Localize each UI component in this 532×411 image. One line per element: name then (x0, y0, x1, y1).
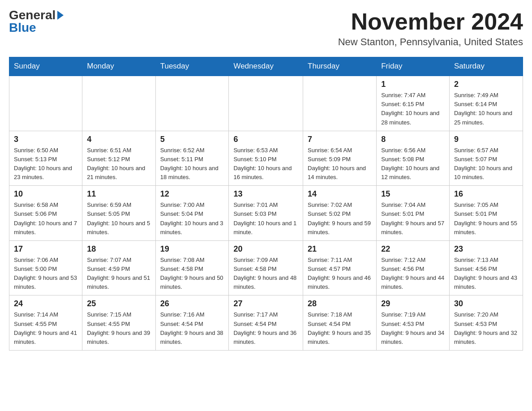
day-info: Sunrise: 6:50 AMSunset: 5:13 PMDaylight:… (14, 146, 77, 182)
day-info: Sunrise: 7:17 AMSunset: 4:54 PMDaylight:… (233, 310, 298, 347)
location-subtitle: New Stanton, Pennsylvania, United States (338, 36, 523, 48)
day-number: 11 (87, 189, 150, 199)
day-number: 12 (160, 189, 224, 199)
day-info: Sunrise: 7:08 AMSunset: 4:58 PMDaylight:… (160, 256, 224, 292)
day-number: 25 (87, 299, 150, 308)
day-number: 18 (87, 244, 150, 254)
calendar-cell: 17Sunrise: 7:06 AMSunset: 5:00 PMDayligh… (9, 240, 82, 295)
page-header: General Blue November 2024 New Stanton, … (9, 9, 523, 48)
calendar-cell (9, 76, 82, 131)
day-info: Sunrise: 7:14 AMSunset: 4:55 PMDaylight:… (14, 310, 77, 347)
day-info: Sunrise: 6:56 AMSunset: 5:08 PMDaylight:… (381, 146, 445, 182)
day-info: Sunrise: 7:47 AMSunset: 6:15 PMDaylight:… (381, 91, 445, 127)
calendar-cell: 15Sunrise: 7:04 AMSunset: 5:01 PMDayligh… (377, 186, 450, 241)
day-number: 9 (454, 135, 518, 144)
day-number: 20 (233, 244, 298, 254)
day-number: 22 (381, 244, 445, 254)
day-info: Sunrise: 7:13 AMSunset: 4:56 PMDaylight:… (454, 256, 518, 292)
logo-arrow-icon (57, 11, 64, 20)
day-info: Sunrise: 6:59 AMSunset: 5:05 PMDaylight:… (87, 201, 150, 237)
calendar-cell: 4Sunrise: 6:51 AMSunset: 5:12 PMDaylight… (82, 131, 155, 186)
day-number: 6 (233, 135, 298, 144)
calendar-cell: 18Sunrise: 7:07 AMSunset: 4:59 PMDayligh… (82, 240, 155, 295)
calendar-cell: 24Sunrise: 7:14 AMSunset: 4:55 PMDayligh… (9, 295, 82, 351)
day-info: Sunrise: 6:58 AMSunset: 5:06 PMDaylight:… (14, 201, 77, 237)
calendar-cell: 9Sunrise: 6:57 AMSunset: 5:07 PMDaylight… (449, 131, 523, 186)
calendar-cell: 5Sunrise: 6:52 AMSunset: 5:11 PMDaylight… (155, 131, 229, 186)
calendar-cell: 11Sunrise: 6:59 AMSunset: 5:05 PMDayligh… (82, 186, 155, 241)
day-number: 17 (14, 244, 77, 254)
col-sunday: Sunday (9, 57, 82, 76)
calendar-cell: 26Sunrise: 7:16 AMSunset: 4:54 PMDayligh… (155, 295, 229, 351)
day-info: Sunrise: 6:53 AMSunset: 5:10 PMDaylight:… (233, 146, 298, 182)
day-number: 15 (381, 189, 445, 199)
calendar-cell (303, 76, 377, 131)
day-info: Sunrise: 7:16 AMSunset: 4:54 PMDaylight:… (160, 310, 224, 347)
calendar-week-row: 1Sunrise: 7:47 AMSunset: 6:15 PMDaylight… (9, 76, 523, 131)
day-number: 24 (14, 299, 77, 308)
logo: General Blue (9, 9, 64, 34)
day-info: Sunrise: 7:15 AMSunset: 4:55 PMDaylight:… (87, 310, 150, 347)
month-year-title: November 2024 (338, 9, 523, 34)
day-info: Sunrise: 7:01 AMSunset: 5:03 PMDaylight:… (233, 201, 298, 237)
day-info: Sunrise: 7:20 AMSunset: 4:53 PMDaylight:… (454, 310, 518, 347)
calendar-cell: 25Sunrise: 7:15 AMSunset: 4:55 PMDayligh… (82, 295, 155, 351)
col-thursday: Thursday (303, 57, 377, 76)
day-number: 8 (381, 135, 445, 144)
day-info: Sunrise: 7:00 AMSunset: 5:04 PMDaylight:… (160, 201, 224, 237)
calendar-cell: 23Sunrise: 7:13 AMSunset: 4:56 PMDayligh… (449, 240, 523, 295)
calendar-cell: 10Sunrise: 6:58 AMSunset: 5:06 PMDayligh… (9, 186, 82, 241)
day-info: Sunrise: 7:18 AMSunset: 4:54 PMDaylight:… (308, 310, 372, 347)
day-info: Sunrise: 7:11 AMSunset: 4:57 PMDaylight:… (308, 256, 372, 292)
day-number: 7 (308, 135, 372, 144)
calendar-cell: 14Sunrise: 7:02 AMSunset: 5:02 PMDayligh… (303, 186, 377, 241)
calendar-cell: 28Sunrise: 7:18 AMSunset: 4:54 PMDayligh… (303, 295, 377, 351)
col-wednesday: Wednesday (229, 57, 303, 76)
day-info: Sunrise: 7:09 AMSunset: 4:58 PMDaylight:… (233, 256, 298, 292)
col-saturday: Saturday (449, 57, 523, 76)
day-info: Sunrise: 7:49 AMSunset: 6:14 PMDaylight:… (454, 91, 518, 127)
day-number: 29 (381, 299, 445, 308)
day-number: 2 (454, 80, 518, 89)
calendar-week-row: 3Sunrise: 6:50 AMSunset: 5:13 PMDaylight… (9, 131, 523, 186)
calendar-cell: 29Sunrise: 7:19 AMSunset: 4:53 PMDayligh… (377, 295, 450, 351)
calendar-cell: 16Sunrise: 7:05 AMSunset: 5:01 PMDayligh… (449, 186, 523, 241)
calendar-cell: 13Sunrise: 7:01 AMSunset: 5:03 PMDayligh… (229, 186, 303, 241)
calendar-cell: 8Sunrise: 6:56 AMSunset: 5:08 PMDaylight… (377, 131, 450, 186)
calendar-header-row: Sunday Monday Tuesday Wednesday Thursday… (9, 57, 523, 76)
day-number: 19 (160, 244, 224, 254)
calendar-cell (155, 76, 229, 131)
calendar-cell (229, 76, 303, 131)
calendar-week-row: 10Sunrise: 6:58 AMSunset: 5:06 PMDayligh… (9, 186, 523, 241)
logo-blue-text: Blue (9, 21, 36, 34)
col-monday: Monday (82, 57, 155, 76)
day-info: Sunrise: 7:12 AMSunset: 4:56 PMDaylight:… (381, 256, 445, 292)
calendar-cell: 21Sunrise: 7:11 AMSunset: 4:57 PMDayligh… (303, 240, 377, 295)
day-info: Sunrise: 7:02 AMSunset: 5:02 PMDaylight:… (308, 201, 372, 237)
day-number: 27 (233, 299, 298, 308)
calendar-table: Sunday Monday Tuesday Wednesday Thursday… (9, 57, 523, 351)
day-number: 16 (454, 189, 518, 199)
day-info: Sunrise: 7:07 AMSunset: 4:59 PMDaylight:… (87, 256, 150, 292)
day-number: 14 (308, 189, 372, 199)
day-number: 30 (454, 299, 518, 308)
day-number: 23 (454, 244, 518, 254)
day-number: 4 (87, 135, 150, 144)
calendar-cell: 2Sunrise: 7:49 AMSunset: 6:14 PMDaylight… (449, 76, 523, 131)
day-info: Sunrise: 7:06 AMSunset: 5:00 PMDaylight:… (14, 256, 77, 292)
day-number: 5 (160, 135, 224, 144)
day-info: Sunrise: 6:54 AMSunset: 5:09 PMDaylight:… (308, 146, 372, 182)
calendar-cell: 30Sunrise: 7:20 AMSunset: 4:53 PMDayligh… (449, 295, 523, 351)
day-number: 28 (308, 299, 372, 308)
calendar-week-row: 24Sunrise: 7:14 AMSunset: 4:55 PMDayligh… (9, 295, 523, 351)
day-number: 3 (14, 135, 77, 144)
calendar-cell: 6Sunrise: 6:53 AMSunset: 5:10 PMDaylight… (229, 131, 303, 186)
day-info: Sunrise: 6:51 AMSunset: 5:12 PMDaylight:… (87, 146, 150, 182)
calendar-cell: 20Sunrise: 7:09 AMSunset: 4:58 PMDayligh… (229, 240, 303, 295)
day-number: 21 (308, 244, 372, 254)
title-block: November 2024 New Stanton, Pennsylvania,… (338, 9, 523, 48)
calendar-cell: 19Sunrise: 7:08 AMSunset: 4:58 PMDayligh… (155, 240, 229, 295)
day-info: Sunrise: 6:57 AMSunset: 5:07 PMDaylight:… (454, 146, 518, 182)
calendar-cell: 7Sunrise: 6:54 AMSunset: 5:09 PMDaylight… (303, 131, 377, 186)
day-info: Sunrise: 7:19 AMSunset: 4:53 PMDaylight:… (381, 310, 445, 347)
